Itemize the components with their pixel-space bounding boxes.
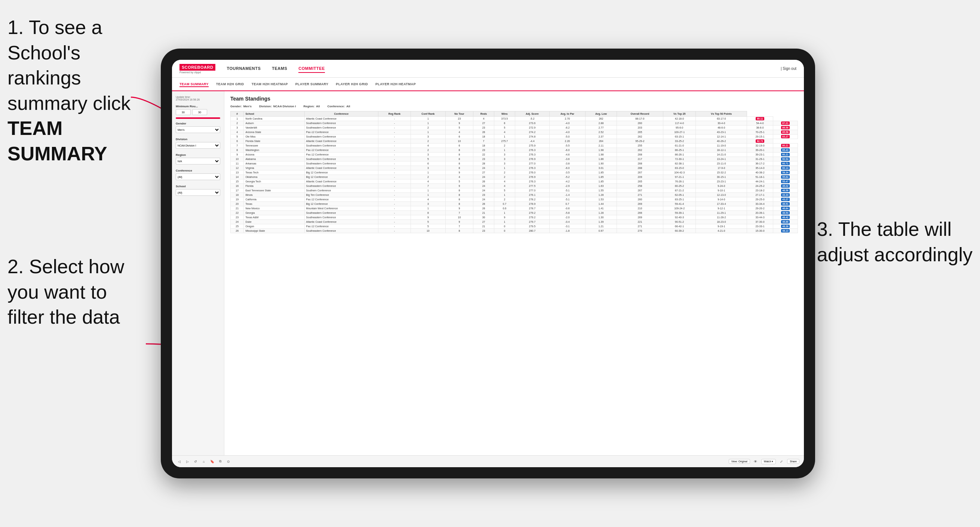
table-row: 19CaliforniaPac-12 Conference-48242278.2… bbox=[231, 197, 798, 202]
division-select[interactable]: NCAA Division I bbox=[176, 142, 220, 149]
table-cell: -5.2 bbox=[515, 117, 549, 121]
toolbar-resize-icon[interactable]: ⤢ bbox=[779, 459, 784, 464]
table-cell: 279.2 bbox=[515, 215, 549, 220]
table-cell: 3.01 bbox=[585, 166, 617, 170]
main-content: Update time: 27/03/2024 16:56:26 Minimum… bbox=[172, 91, 804, 455]
table-cell: 1.55 bbox=[585, 188, 617, 193]
table-cell: 83-25-1 bbox=[663, 197, 696, 202]
table-cell: 117-4-0 bbox=[663, 121, 696, 125]
toolbar-copy-icon[interactable]: ⧉ bbox=[218, 459, 223, 464]
table-cell: 10 bbox=[445, 139, 473, 143]
table-cell: 6 bbox=[445, 143, 473, 148]
nav-tournaments[interactable]: TOURNAMENTS bbox=[227, 65, 261, 73]
tab-team-h2h-heatmap[interactable]: TEAM H2H HEATMAP bbox=[251, 81, 288, 87]
table-cell: 8 bbox=[445, 197, 473, 202]
table-row: 20TexasBig 12 Conference-38260.7278.90.7… bbox=[231, 202, 798, 206]
table-cell: 86-25-1 bbox=[663, 148, 696, 152]
tab-player-h2h-heatmap[interactable]: PLAYER H2H HEATMAP bbox=[375, 81, 416, 87]
table-cell: - bbox=[379, 157, 411, 162]
table-row: 3VanderbiltSoutheastern Conference-25235… bbox=[231, 125, 798, 130]
range-max-input[interactable] bbox=[192, 109, 207, 115]
table-cell: 33-25-2 bbox=[663, 139, 696, 143]
toolbar-clock-icon[interactable]: ⊙ bbox=[226, 459, 231, 464]
table-cell: Big 12 Conference bbox=[304, 175, 378, 179]
toolbar-home-icon[interactable]: ⌂ bbox=[201, 459, 207, 464]
table-cell: 9-12-1 bbox=[696, 206, 747, 211]
watch-button[interactable]: Watch ▾ bbox=[761, 459, 776, 464]
table-cell: 24 bbox=[473, 197, 494, 202]
table-cell: 2.70 bbox=[549, 117, 585, 121]
nav-teams[interactable]: TEAMS bbox=[272, 65, 287, 73]
table-cell: Washington bbox=[244, 148, 304, 152]
table-cell: 275.9 bbox=[515, 143, 549, 148]
range-min-input[interactable] bbox=[176, 109, 191, 115]
table-cell: - bbox=[379, 206, 411, 211]
nav-committee[interactable]: COMMITTEE bbox=[298, 65, 325, 73]
toolbar-forward-icon[interactable]: ▷ bbox=[185, 459, 190, 464]
table-cell: 97-21-1 bbox=[663, 175, 696, 179]
table-cell: 27-17-1 bbox=[747, 193, 773, 197]
toolbar-back-icon[interactable]: ◁ bbox=[177, 459, 182, 464]
table-cell: 2.88 bbox=[585, 121, 617, 125]
update-time: Update time: 27/03/2024 16:56:26 bbox=[176, 96, 220, 101]
table-cell: 80-25-2 bbox=[663, 184, 696, 188]
table-cell: 278.7 bbox=[515, 206, 549, 211]
table-cell: 3 bbox=[494, 162, 515, 166]
table-cell: Arizona bbox=[244, 152, 304, 157]
toolbar-reload-icon[interactable]: ↺ bbox=[193, 459, 198, 464]
view-original-button[interactable]: View: Original bbox=[729, 459, 750, 464]
school-select[interactable]: (All) bbox=[176, 189, 220, 196]
slider-bar[interactable] bbox=[176, 117, 220, 119]
table-cell: -2.9 bbox=[549, 184, 585, 188]
table-cell: 29-20-2 bbox=[747, 206, 773, 211]
table-cell: 8 bbox=[445, 193, 473, 197]
table-cell: 95-6-0 bbox=[663, 125, 696, 130]
tab-team-summary[interactable]: TEAM SUMMARY bbox=[180, 81, 208, 87]
instruction-2-text: 2. Select how you want to filter the dat… bbox=[8, 256, 124, 328]
table-cell: 6 bbox=[411, 162, 446, 166]
table-row: 21New MexicoMountain West Conference-192… bbox=[231, 206, 798, 211]
table-cell: 9 bbox=[445, 121, 473, 125]
table-cell: 10 bbox=[231, 157, 244, 162]
table-cell: 4 bbox=[445, 175, 473, 179]
table-cell: Big Ten Conference bbox=[304, 193, 378, 197]
table-cell: 1 bbox=[411, 170, 446, 175]
sidebar: Update time: 27/03/2024 16:56:26 Minimum… bbox=[172, 91, 224, 455]
table-cell: Southeastern Conference bbox=[304, 162, 378, 166]
table-cell: 1.21 bbox=[585, 224, 617, 229]
toolbar-bookmark-icon[interactable]: 🔖 bbox=[209, 459, 215, 464]
table-cell: Pac-12 Conference bbox=[304, 224, 378, 229]
table-row: 25OregonPac-12 Conference-57210279.5-3.1… bbox=[231, 224, 798, 229]
table-cell: 39-20-1 bbox=[747, 148, 773, 152]
table-cell: 265 bbox=[617, 130, 663, 135]
table-cell: Southeastern Conference bbox=[304, 184, 378, 188]
table-cell: 48.38 bbox=[773, 224, 797, 229]
region-select[interactable]: N/A bbox=[176, 158, 220, 165]
table-cell: 1 bbox=[231, 117, 244, 121]
gender-select[interactable]: Men's bbox=[176, 126, 220, 133]
table-cell: -5.2 bbox=[549, 175, 585, 179]
table-cell: 1 bbox=[494, 220, 515, 224]
table-cell: 4 bbox=[231, 130, 244, 135]
table-cell: Oklahoma bbox=[244, 175, 304, 179]
table-cell: - bbox=[379, 184, 411, 188]
table-cell: 4 bbox=[494, 184, 515, 188]
tab-player-summary[interactable]: PLAYER SUMMARY bbox=[295, 81, 329, 87]
tab-player-h2h-grid[interactable]: PLAYER H2H GRID bbox=[336, 81, 368, 87]
table-cell: 0.7 bbox=[494, 202, 515, 206]
tab-team-h2h-grid[interactable]: TEAM H2H GRID bbox=[216, 81, 244, 87]
table-cell: Georgia bbox=[244, 211, 304, 215]
conference-select[interactable]: (All) bbox=[176, 173, 220, 180]
table-cell: Southeastern Conference bbox=[304, 121, 378, 125]
table-cell: 264 bbox=[585, 139, 617, 143]
table-cell: 90-51-2 bbox=[663, 220, 696, 224]
table-cell: 72-30-1 bbox=[663, 157, 696, 162]
table-cell: 48.13 bbox=[773, 229, 797, 233]
table-cell: 276.0 bbox=[515, 170, 549, 175]
nav-bar: SCOREBOARD Powered by clippd TOURNAMENTS… bbox=[172, 60, 804, 78]
table-cell: 17-33-4 bbox=[696, 202, 747, 206]
table-cell: - bbox=[379, 130, 411, 135]
share-button[interactable]: Share bbox=[787, 459, 799, 464]
table-cell: 7 bbox=[473, 139, 494, 143]
sign-out-button[interactable]: | Sign out bbox=[781, 67, 796, 71]
